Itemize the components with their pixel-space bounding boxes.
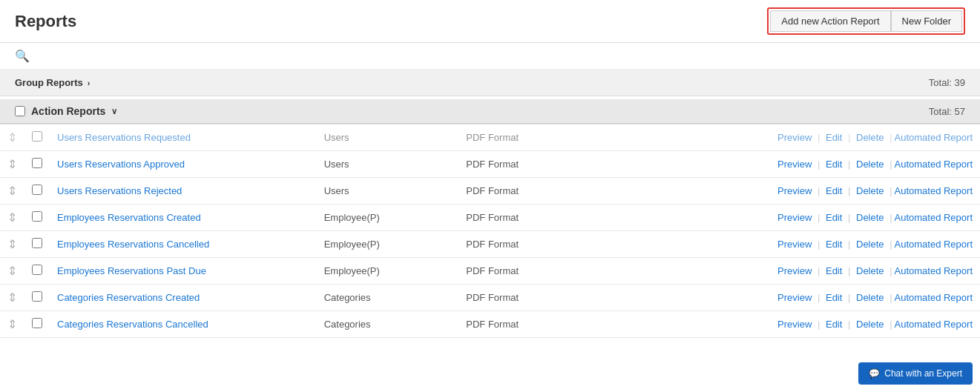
report-format: PDF Format: [466, 212, 519, 223]
report-name-link[interactable]: Categories Reservations Cancelled: [57, 319, 208, 330]
report-format-cell: PDF Format: [458, 311, 601, 338]
row-select-checkbox[interactable]: [32, 131, 42, 142]
preview-link[interactable]: Preview: [775, 159, 815, 170]
report-name-link[interactable]: Categories Reservations Created: [57, 292, 200, 303]
edit-link[interactable]: Edit: [823, 292, 845, 303]
edit-link[interactable]: Edit: [823, 132, 845, 143]
row-select-checkbox[interactable]: [32, 318, 42, 328]
report-name-cell: Employees Reservations Cancelled: [50, 231, 317, 258]
automated-report-link[interactable]: Automated Report: [894, 159, 973, 170]
group-reports-label[interactable]: Group Reports ›: [15, 77, 90, 88]
delete-link[interactable]: Delete: [853, 265, 887, 276]
group-reports-section[interactable]: Group Reports › Total: 39: [0, 70, 980, 96]
report-format-cell: PDF Format: [458, 124, 601, 151]
row-checkbox-cell[interactable]: [24, 178, 50, 205]
row-select-checkbox[interactable]: [32, 238, 42, 248]
new-folder-button[interactable]: New Folder: [891, 10, 962, 32]
edit-link[interactable]: Edit: [823, 185, 845, 196]
automated-report-link[interactable]: Automated Report: [894, 185, 973, 196]
report-category-cell: Categories: [317, 311, 459, 338]
delete-link[interactable]: Delete: [853, 239, 887, 250]
preview-link[interactable]: Preview: [775, 292, 815, 303]
report-name-cell: Users Reservations Approved: [50, 151, 317, 178]
row-checkbox-cell[interactable]: [24, 258, 50, 285]
report-name-cell: Employees Reservations Created: [50, 205, 317, 231]
search-icon: 🔍: [15, 49, 30, 63]
edit-link[interactable]: Edit: [823, 159, 845, 170]
drag-handle[interactable]: ⇕: [0, 311, 24, 338]
delete-link[interactable]: Delete: [853, 319, 887, 330]
report-name-link[interactable]: Employees Reservations Cancelled: [57, 239, 209, 250]
drag-handle[interactable]: ⇕: [0, 151, 24, 178]
row-checkbox-cell[interactable]: [24, 205, 50, 231]
report-category-cell: Categories: [317, 285, 459, 311]
row-checkbox-cell[interactable]: [24, 124, 50, 151]
divider-2: |: [848, 265, 853, 276]
drag-handle[interactable]: ⇕: [0, 258, 24, 285]
automated-report-link[interactable]: Automated Report: [894, 212, 973, 223]
divider-2: |: [848, 159, 853, 170]
report-actions-cell: Preview | Edit | Delete | Automated Repo…: [601, 124, 980, 151]
drag-handle[interactable]: ⇕: [0, 285, 24, 311]
action-reports-total: Total: 57: [929, 106, 965, 117]
edit-link[interactable]: Edit: [823, 239, 845, 250]
drag-handle[interactable]: ⇕: [0, 178, 24, 205]
edit-link[interactable]: Edit: [823, 212, 845, 223]
row-checkbox-cell[interactable]: [24, 311, 50, 338]
action-reports-label[interactable]: Action Reports ∨: [15, 105, 117, 117]
row-select-checkbox[interactable]: [32, 211, 42, 222]
report-actions-cell: Preview | Edit | Delete | Automated Repo…: [601, 258, 980, 285]
automated-report-link[interactable]: Automated Report: [894, 319, 973, 330]
search-bar: 🔍: [0, 43, 980, 70]
drag-handle[interactable]: ⇕: [0, 231, 24, 258]
report-name-link[interactable]: Users Reservations Approved: [57, 159, 185, 170]
preview-link[interactable]: Preview: [775, 265, 815, 276]
divider-1: |: [818, 159, 823, 170]
table-row: ⇕ Categories Reservations Cancelled Cate…: [0, 311, 980, 338]
delete-link[interactable]: Delete: [853, 212, 887, 223]
report-format-cell: PDF Format: [458, 151, 601, 178]
edit-link[interactable]: Edit: [823, 319, 845, 330]
group-reports-total: Total: 39: [929, 77, 965, 88]
delete-link[interactable]: Delete: [853, 159, 887, 170]
row-checkbox-cell[interactable]: [24, 231, 50, 258]
delete-link[interactable]: Delete: [853, 292, 887, 303]
edit-link[interactable]: Edit: [823, 265, 845, 276]
drag-handle[interactable]: ⇕: [0, 124, 24, 151]
report-category: Users: [324, 185, 349, 196]
report-name-link[interactable]: Employees Reservations Created: [57, 212, 201, 223]
preview-link[interactable]: Preview: [775, 132, 815, 143]
automated-report-link[interactable]: Automated Report: [894, 292, 973, 303]
drag-handle[interactable]: ⇕: [0, 205, 24, 231]
preview-link[interactable]: Preview: [775, 319, 815, 330]
table-row: ⇕ Categories Reservations Created Catego…: [0, 285, 980, 311]
row-select-checkbox[interactable]: [32, 291, 42, 302]
preview-link[interactable]: Preview: [775, 212, 815, 223]
preview-link[interactable]: Preview: [775, 185, 815, 196]
row-checkbox-cell[interactable]: [24, 151, 50, 178]
row-select-checkbox[interactable]: [32, 158, 42, 168]
row-select-checkbox[interactable]: [32, 185, 42, 195]
delete-link[interactable]: Delete: [853, 185, 887, 196]
add-action-report-button[interactable]: Add new Action Report: [770, 10, 890, 32]
automated-report-link[interactable]: Automated Report: [894, 239, 973, 250]
report-name-link[interactable]: Users Reservations Requested: [57, 132, 191, 143]
row-checkbox-cell[interactable]: [24, 285, 50, 311]
report-category-cell: Users: [317, 124, 459, 151]
automated-report-link[interactable]: Automated Report: [894, 265, 973, 276]
report-actions-cell: Preview | Edit | Delete | Automated Repo…: [601, 178, 980, 205]
report-name-link[interactable]: Users Reservations Rejected: [57, 185, 182, 196]
report-category-cell: Users: [317, 151, 459, 178]
row-select-checkbox[interactable]: [32, 265, 42, 275]
report-name-cell: Users Reservations Rejected: [50, 178, 317, 205]
delete-link[interactable]: Delete: [853, 132, 887, 143]
report-name-link[interactable]: Employees Reservations Past Due: [57, 265, 206, 276]
table-row: ⇕ Users Reservations Rejected Users PDF …: [0, 178, 980, 205]
action-reports-select-all-checkbox[interactable]: [15, 106, 25, 116]
automated-report-link[interactable]: Automated Report: [894, 132, 973, 143]
report-category-cell: Employee(P): [317, 205, 459, 231]
action-reports-section-header[interactable]: Action Reports ∨ Total: 57: [0, 99, 980, 124]
report-format: PDF Format: [466, 265, 519, 276]
divider-2: |: [848, 292, 853, 303]
preview-link[interactable]: Preview: [775, 239, 815, 250]
